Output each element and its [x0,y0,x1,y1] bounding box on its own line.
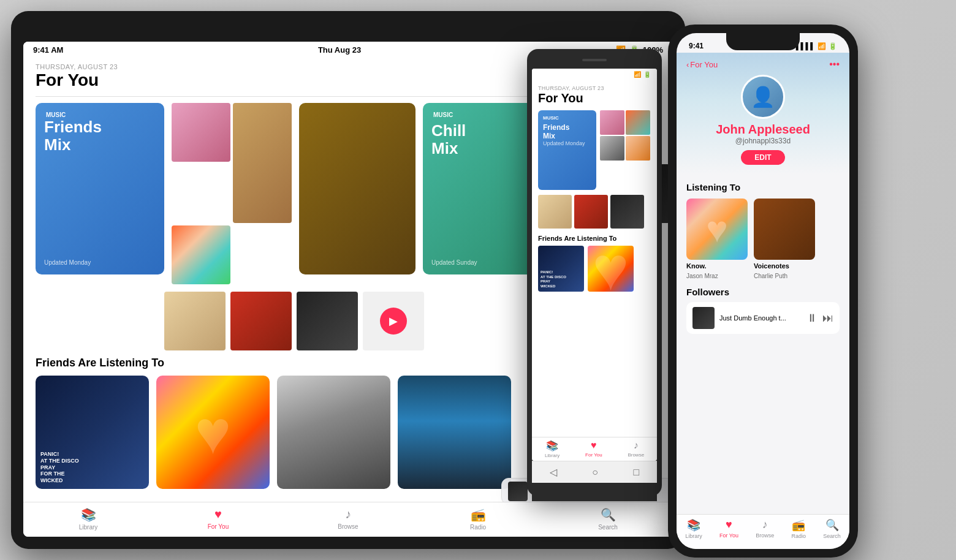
back-button[interactable]: ‹ For You [686,60,718,69]
android-tab-library[interactable]: 📚 Library [545,440,560,458]
tab-browse[interactable]: ♪ Browse [324,507,373,531]
iphone-device: 9:41 ▌▌▌▌ 📶 🔋 ‹ For You ••• [668,25,858,558]
friends-mix-updated: Updated Monday [44,259,156,266]
iphone-tab-for-you[interactable]: ♥ For You [719,518,738,539]
tab-for-you[interactable]: ♥ For You [194,507,243,531]
android-library-label: Library [545,453,560,458]
friends-mix-card[interactable]: MUSIC Friends Mix Updated Monday [36,103,164,274]
android-art-gold[interactable] [626,136,650,161]
iphone-for-you-label: For You [719,532,738,539]
iphone-battery-icon: 🔋 [829,42,837,50]
iphone-tab-library[interactable]: 📚 Library [685,518,702,539]
voicenotes-song: Voicenotes [754,262,815,270]
android-home-btn[interactable]: ○ [592,467,598,478]
iphone-profile-avatar[interactable]: 👤 [741,75,785,119]
album-dark-bottom[interactable] [297,292,358,350]
album-grid-right [172,103,292,284]
android-status-bar: 📶 🔋 [532,69,657,80]
chevron-left-icon: ‹ [686,60,689,69]
iphone-library-label: Library [685,533,702,539]
tab-search[interactable]: 🔍 Search [583,507,632,531]
back-label: For You [690,60,718,69]
browse-icon: ♪ [345,507,351,521]
listening-to-section: Listening To Know. Jason Mraz Voicenotes… [677,175,849,287]
friend-album-landscape[interactable] [398,376,511,489]
android-album-row-2 [538,195,651,229]
ipad-time: 9:41 AM [33,45,63,55]
tab-library[interactable]: 📚 Library [64,507,113,531]
iphone-tab-bar: 📚 Library ♥ For You ♪ Browse 📻 Radio 🔍 [677,514,849,549]
android-art-red[interactable] [574,195,608,229]
android-nav-bar: ◁ ○ □ [532,461,657,483]
iphone-tab-search[interactable]: 🔍 Search [823,518,841,539]
know-artist: Jason Mraz [686,273,748,279]
album-thumb-pink[interactable] [172,103,230,162]
chill-mix-card[interactable]: MUSIC Chill Mix Updated Sunday [423,103,542,274]
album-thumb-portrait[interactable] [299,103,415,274]
android-friend-jason[interactable] [588,246,634,292]
album-thumb-rainbow[interactable] [172,225,230,284]
android-library-icon: 📚 [546,440,558,452]
skip-icon[interactable]: ⏭ [822,312,833,325]
followers-title: Followers [686,287,840,297]
play-button[interactable]: ▶ [380,308,407,335]
android-mini-grid [600,110,650,190]
android-friends-mix[interactable]: MUSIC FriendsMix Updated Monday [538,110,596,190]
follower-row[interactable]: Just Dumb Enough t... ⏸ ⏭ [686,302,840,334]
album-blond-bottom[interactable] [164,292,226,350]
mini-player-art [508,482,528,501]
android-speaker [582,59,607,61]
android-art-blond[interactable] [538,195,572,229]
iphone-for-you-icon: ♥ [726,518,732,531]
android-friend-panic[interactable]: PANIC!AT THE DISCOPRAYWICKED [538,246,584,292]
android-recents-btn[interactable]: □ [634,467,640,478]
chill-mix-title: Chill Mix [431,122,534,157]
friend-album-bw[interactable] [277,376,390,489]
album-thumb-tall-flowers[interactable] [233,103,292,223]
listening-row: Know. Jason Mraz Voicenotes Charlie Puth [686,199,840,279]
iphone-main-content: ‹ For You ••• 👤 John Appleseed @johnappl… [677,53,849,514]
album-row-1 [172,103,292,223]
profile-handle: @johnappl3s33d [735,137,791,145]
android-date: THURSDAY, AUGUST 23 [538,85,651,91]
tab-radio[interactable]: 📻 Radio [453,507,503,531]
android-art-pink[interactable] [600,110,624,135]
android-mix-updated: Updated Monday [543,140,591,146]
android-friends-row: PANIC!AT THE DISCOPRAYWICKED [538,246,651,292]
friend-album-panic[interactable]: PANIC!AT THE DISCOPRAYFOR THEWICKED [36,376,149,489]
iphone-search-label: Search [823,533,841,539]
android-tab-browse[interactable]: ♪ Browse [628,440,644,458]
album-red-bottom[interactable] [230,292,292,350]
android-mini-row-1 [600,110,650,135]
library-icon: 📚 [81,507,96,522]
friend-album-jason[interactable] [156,376,270,489]
edit-profile-button[interactable]: EDIT [741,150,784,165]
profile-name-red: Appleseed [748,123,810,136]
tab-browse-label: Browse [338,523,358,530]
android-top-bar [532,54,657,66]
iphone-notch [726,33,800,50]
android-art-rainbow[interactable] [626,110,650,135]
ipad-date-label: THURSDAY, AUGUST 23 [36,63,118,70]
iphone-time: 9:41 [689,42,704,50]
more-button[interactable]: ••• [829,59,840,70]
profile-name: John Appleseed [716,123,810,137]
listening-item-know[interactable]: Know. Jason Mraz [686,199,748,279]
chill-mix-updated: Updated Sunday [431,259,534,266]
android-art-bw[interactable] [600,136,624,161]
scene: 9:41 AM Thu Aug 23 📶 🔋 100% THURSDAY, AU… [0,0,956,560]
tab-for-you-label: For You [208,523,229,530]
follower-album-art [692,307,715,329]
chill-apple-music-logo: MUSIC [431,112,534,118]
android-art-dark[interactable] [610,195,644,229]
play-button-card[interactable]: ▶ [363,292,424,350]
android-back-btn[interactable]: ◁ [550,466,557,478]
iphone-tab-browse[interactable]: ♪ Browse [756,518,774,539]
iphone-tab-radio[interactable]: 📻 Radio [791,518,806,539]
listening-item-voicenotes[interactable]: Voicenotes Charlie Puth [754,199,815,279]
tab-library-label: Library [79,524,98,531]
ipad-title-block: THURSDAY, AUGUST 23 For You [36,63,118,90]
pause-icon[interactable]: ⏸ [806,312,818,325]
know-album-art [686,199,748,260]
android-tab-for-you[interactable]: ♥ For You [585,440,602,458]
